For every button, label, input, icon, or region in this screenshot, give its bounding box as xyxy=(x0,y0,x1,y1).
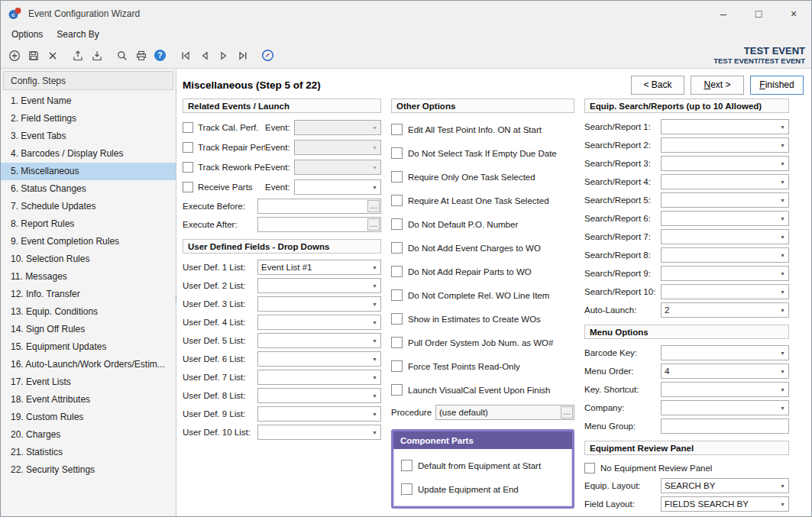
nav-last-button[interactable] xyxy=(233,46,252,66)
sidebar-step-1[interactable]: 1. Event Name xyxy=(1,92,176,110)
export-button[interactable] xyxy=(68,46,87,66)
search-report-3-dropdown[interactable]: ▾ xyxy=(661,156,789,171)
search-button[interactable] xyxy=(112,46,131,66)
execute-after-input[interactable]: … xyxy=(257,217,381,232)
do-not-default-p-o-number-checkbox[interactable] xyxy=(391,218,403,230)
sidebar-step-9[interactable]: 9. Event Completion Rules xyxy=(1,233,176,250)
key-shortcut-dropdown[interactable]: ▾ xyxy=(661,382,789,397)
menu-item-search-by[interactable]: Search By xyxy=(50,27,105,41)
search-report-4-dropdown[interactable]: ▾ xyxy=(661,174,789,189)
user-def-4-list-dropdown[interactable]: ▾ xyxy=(257,315,381,330)
require-at-least-one-task-selected-checkbox[interactable] xyxy=(391,195,403,206)
nav-first-button[interactable] xyxy=(176,46,195,66)
auto-launch-dropdown[interactable]: 2▾ xyxy=(661,302,789,318)
search-report-7-dropdown[interactable]: ▾ xyxy=(661,229,789,244)
sidebar-step-7[interactable]: 7. Schedule Updates xyxy=(1,198,176,215)
procedure-browse-button[interactable]: … xyxy=(561,406,573,418)
force-test-points-read-only-checkbox[interactable] xyxy=(391,360,403,372)
splitter-handle[interactable]: ⋮ xyxy=(173,289,179,309)
track-cal-perf-checkbox[interactable] xyxy=(183,122,193,133)
add-button[interactable] xyxy=(5,46,24,66)
equip-layout-dropdown[interactable]: SEARCH BY▾ xyxy=(661,478,789,493)
search-report-9-dropdown[interactable]: ▾ xyxy=(661,266,789,281)
search-report-1-dropdown[interactable]: ▾ xyxy=(661,119,789,134)
print-button[interactable] xyxy=(131,46,150,66)
receive-parts-checkbox[interactable] xyxy=(183,182,193,192)
company-dropdown[interactable]: ▾ xyxy=(661,400,789,415)
execute-before-browse-button[interactable]: … xyxy=(367,200,380,212)
sidebar-step-15[interactable]: 15. Equipment Updates xyxy=(1,338,176,356)
track-rework-perf-checkbox[interactable] xyxy=(183,162,193,173)
search-report-10-dropdown[interactable]: ▾ xyxy=(661,284,789,299)
sidebar-step-18[interactable]: 18. Event Attributes xyxy=(1,391,176,409)
user-def-6-list-dropdown[interactable]: ▾ xyxy=(257,351,381,367)
save-button[interactable] xyxy=(24,46,43,66)
sidebar-step-2[interactable]: 2. Field Settings xyxy=(1,110,176,128)
user-def-7-list-dropdown[interactable]: ▾ xyxy=(257,370,381,385)
sidebar-step-12[interactable]: 12. Info. Transfer xyxy=(1,286,176,303)
sidebar-step-5[interactable]: 5. Miscellaneous xyxy=(1,163,176,180)
search-report-6-dropdown[interactable]: ▾ xyxy=(661,211,789,226)
no-equipment-review-checkbox[interactable] xyxy=(584,463,595,473)
do-not-add-repair-parts-to-wo-checkbox[interactable] xyxy=(391,266,403,277)
back-button[interactable]: < Back xyxy=(631,76,684,95)
sidebar-step-22[interactable]: 22. Security Settings xyxy=(1,461,176,479)
navigator-button[interactable] xyxy=(258,46,277,66)
sidebar-step-4[interactable]: 4. Barcodes / Display Rules xyxy=(1,145,176,163)
launch-visualcal-event-upon-finish-checkbox[interactable] xyxy=(391,384,403,396)
edit-all-test-point-info-on-at-start-checkbox[interactable] xyxy=(391,124,403,135)
track-repair-perf-checkbox[interactable] xyxy=(183,142,193,153)
do-not-add-event-charges-to-wo-checkbox[interactable] xyxy=(391,242,403,254)
sidebar-step-20[interactable]: 20. Charges xyxy=(1,426,176,444)
maximize-button[interactable]: □ xyxy=(741,1,776,26)
sidebar-step-6[interactable]: 6. Status Changes xyxy=(1,180,176,198)
receive-parts-event-dropdown[interactable]: ▾ xyxy=(294,179,381,195)
execute-after-browse-button[interactable]: … xyxy=(367,218,380,231)
sidebar-step-17[interactable]: 17. Event Lists xyxy=(1,373,176,391)
nav-next-button[interactable] xyxy=(214,46,233,66)
user-def-5-list-dropdown[interactable]: ▾ xyxy=(257,333,381,348)
sidebar-step-10[interactable]: 10. Selection Rules xyxy=(1,250,176,268)
user-def-1-list-dropdown[interactable]: Event List #1▾ xyxy=(257,260,381,275)
sidebar-step-11[interactable]: 11. Messages xyxy=(1,268,176,286)
track-cal-perf-event-dropdown[interactable]: ▾ xyxy=(294,120,381,135)
next-button[interactable]: Next > xyxy=(691,76,744,95)
sidebar-step-19[interactable]: 19. Custom Rules xyxy=(1,409,176,426)
show-in-estimates-to-create-wos-checkbox[interactable] xyxy=(391,313,403,325)
default-from-equipment-at-start-checkbox[interactable] xyxy=(401,460,412,471)
close-button[interactable]: × xyxy=(776,1,811,26)
search-report-2-dropdown[interactable]: ▾ xyxy=(661,137,789,153)
menu-group-input[interactable] xyxy=(661,418,789,434)
sidebar-step-21[interactable]: 21. Statistics xyxy=(1,444,176,461)
minimize-button[interactable]: – xyxy=(706,1,741,26)
nav-previous-button[interactable] xyxy=(195,46,214,66)
user-def-9-list-dropdown[interactable]: ▾ xyxy=(257,406,381,422)
barcode-key-dropdown[interactable]: ▾ xyxy=(661,345,789,360)
sidebar-step-13[interactable]: 13. Equip. Conditions xyxy=(1,303,176,321)
track-repair-perf-event-dropdown[interactable]: ▾ xyxy=(294,140,381,155)
do-not-complete-rel-wo-line-item-checkbox[interactable] xyxy=(391,289,403,301)
do-not-select-task-if-empty-due-date-checkbox[interactable] xyxy=(391,147,403,159)
execute-before-input[interactable]: … xyxy=(257,199,381,214)
menu-order-dropdown[interactable]: 4▾ xyxy=(661,364,789,379)
user-def-8-list-dropdown[interactable]: ▾ xyxy=(257,388,381,403)
user-def-10-list-dropdown[interactable]: ▾ xyxy=(257,425,381,440)
track-rework-perf-event-dropdown[interactable]: ▾ xyxy=(294,160,381,175)
user-def-2-list-dropdown[interactable]: ▾ xyxy=(257,278,381,293)
finished-button[interactable]: Finished xyxy=(750,76,804,95)
sidebar-step-8[interactable]: 8. Report Rules xyxy=(1,215,176,233)
sidebar-step-3[interactable]: 3. Event Tabs xyxy=(1,128,176,145)
sidebar-step-16[interactable]: 16. Auto-Launch/Work Orders/Estim... xyxy=(1,356,176,373)
search-report-5-dropdown[interactable]: ▾ xyxy=(661,192,789,208)
menu-item-options[interactable]: Options xyxy=(5,27,50,41)
require-only-one-task-selected-checkbox[interactable] xyxy=(391,171,403,183)
delete-button[interactable] xyxy=(43,46,62,66)
user-def-3-list-dropdown[interactable]: ▾ xyxy=(257,296,381,312)
help-button[interactable]: ? xyxy=(150,46,170,66)
search-report-8-dropdown[interactable]: ▾ xyxy=(661,247,789,263)
field-layout-dropdown[interactable]: FIELDS SEARCH BY▾ xyxy=(661,496,789,512)
pull-order-system-job-num-as-wo#-checkbox[interactable] xyxy=(391,337,403,348)
import-button[interactable] xyxy=(87,46,106,66)
update-equipment-at-end-checkbox[interactable] xyxy=(401,483,412,495)
procedure-field[interactable]: (use default) … xyxy=(435,405,574,420)
